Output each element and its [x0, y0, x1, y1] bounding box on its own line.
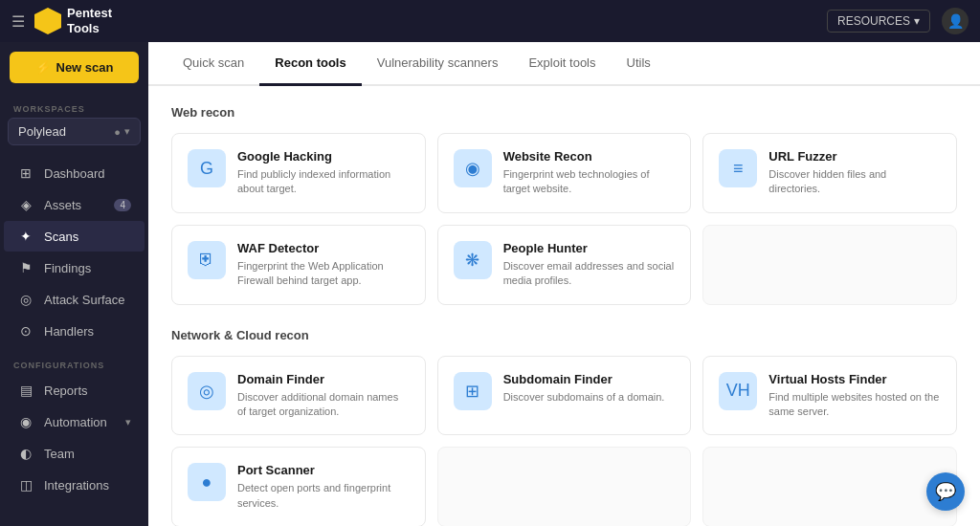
tool-info-port-scanner: Port Scanner Detect open ports and finge… — [237, 463, 410, 511]
sidebar-item-reports[interactable]: ▤ Reports — [4, 375, 145, 405]
tools-grid-web-recon: G Google Hacking Find publicly indexed i… — [171, 133, 957, 305]
integrations-icon: ◫ — [17, 477, 34, 493]
tool-card-port-scanner[interactable]: ● Port Scanner Detect open ports and fin… — [171, 447, 426, 526]
sidebar-item-dashboard[interactable]: ⊞ Dashboard — [4, 158, 145, 188]
sidebar-item-label: Team — [44, 447, 75, 461]
logo-text: Pentest Tools — [67, 6, 112, 35]
section-title-web-recon: Web recon — [171, 105, 957, 120]
sidebar-item-label: Handlers — [44, 324, 94, 339]
tool-card-google-hacking[interactable]: G Google Hacking Find publicly indexed i… — [171, 133, 426, 213]
tool-icon-google-hacking: G — [188, 149, 226, 187]
tool-icon-virtual-hosts-finder: VH — [719, 372, 757, 410]
reports-icon: ▤ — [17, 383, 34, 398]
tool-info-google-hacking: Google Hacking Find publicly indexed inf… — [237, 149, 410, 197]
tab-exploit-tools[interactable]: Exploit tools — [513, 42, 611, 86]
tool-info-subdomain-finder: Subdomain Finder Discover subdomains of … — [503, 372, 676, 405]
tool-name-people-hunter: People Hunter — [503, 241, 676, 255]
sidebar-item-label: Scans — [44, 230, 78, 244]
sidebar-item-label: Attack Surface — [44, 293, 125, 307]
tool-card-virtual-hosts-finder[interactable]: VH Virtual Hosts Finder Find multiple we… — [702, 356, 957, 436]
team-icon: ◐ — [17, 446, 34, 461]
workspaces-label: WORKSPACES — [0, 97, 148, 118]
tool-desc-google-hacking: Find publicly indexed information about … — [237, 167, 410, 197]
assets-icon: ◈ — [17, 197, 34, 212]
section-title-network-cloud-recon: Network & Cloud recon — [171, 328, 957, 342]
tool-card-waf-detector[interactable]: ⛨ WAF Detector Fingerprint the Web Appli… — [171, 225, 426, 305]
tool-card-empty-web — [702, 225, 957, 305]
tool-name-waf-detector: WAF Detector — [237, 241, 410, 255]
sidebar-item-label: Integrations — [44, 478, 109, 493]
tool-icon-port-scanner: ● — [188, 463, 226, 501]
tool-desc-virtual-hosts-finder: Find multiple websites hosted on the sam… — [768, 390, 941, 420]
tab-recon-tools[interactable]: Recon tools — [259, 42, 361, 86]
tool-card-domain-finder[interactable]: ◎ Domain Finder Discover additional doma… — [171, 356, 426, 436]
sidebar-item-automation[interactable]: ◉ Automation ▾ — [4, 406, 145, 437]
workspace-selector[interactable]: Polylead ● ▾ — [8, 118, 141, 145]
tool-card-empty-net2 — [702, 447, 957, 526]
sidebar-item-integrations[interactable]: ◫ Integrations — [4, 470, 145, 500]
sidebar-item-label: Assets — [44, 198, 81, 212]
sidebar-item-label: Findings — [44, 261, 91, 275]
findings-icon: ⚑ — [17, 260, 34, 275]
user-icon: 👤 — [947, 13, 964, 29]
tool-name-port-scanner: Port Scanner — [237, 463, 410, 477]
sidebar-item-label: Reports — [44, 384, 88, 398]
sidebar-nav: ⊞ Dashboard ◈ Assets 4 ✦ Scans ⚑ Finding… — [0, 157, 148, 347]
tool-desc-website-recon: Fingerprint web technologies of target w… — [503, 167, 676, 197]
sidebar-item-attack-surface[interactable]: ◎ Attack Surface — [4, 284, 145, 315]
tool-name-url-fuzzer: URL Fuzzer — [768, 149, 941, 164]
sidebar-item-label: Automation — [44, 415, 107, 429]
bolt-icon — [35, 60, 51, 75]
tool-icon-website-recon: ◉ — [454, 149, 492, 187]
sidebar-config: ▤ Reports ◉ Automation ▾ ◐ Team ◫ Integr… — [0, 374, 148, 501]
tool-desc-people-hunter: Discover email addresses and social medi… — [503, 259, 676, 289]
handlers-icon: ⊙ — [17, 323, 34, 339]
tab-vulnerability-scanners[interactable]: Vulnerability scanners — [362, 42, 514, 86]
tool-name-subdomain-finder: Subdomain Finder — [503, 372, 676, 386]
sidebar-item-findings[interactable]: ⚑ Findings — [4, 252, 145, 283]
automation-icon: ◉ — [17, 414, 34, 429]
chat-bubble-button[interactable]: 💬 — [926, 472, 965, 511]
tool-card-subdomain-finder[interactable]: ⊞ Subdomain Finder Discover subdomains o… — [437, 356, 692, 436]
tool-icon-url-fuzzer: ≡ — [719, 149, 757, 187]
tool-icon-domain-finder: ◎ — [188, 372, 226, 410]
resources-button[interactable]: RESOURCES ▾ — [827, 10, 930, 33]
sidebar-item-assets[interactable]: ◈ Assets 4 — [4, 189, 145, 220]
tool-name-virtual-hosts-finder: Virtual Hosts Finder — [768, 372, 941, 386]
tools-grid-network-cloud-recon: ◎ Domain Finder Discover additional doma… — [171, 356, 957, 526]
tool-info-waf-detector: WAF Detector Fingerprint the Web Applica… — [237, 241, 410, 289]
tool-desc-port-scanner: Detect open ports and fingerprint servic… — [237, 481, 410, 511]
section-web-recon: Web recon G Google Hacking Find publicly… — [171, 105, 957, 305]
logo-shield-icon — [34, 8, 61, 34]
logo-area: Pentest Tools — [34, 6, 112, 35]
sidebar-item-team[interactable]: ◐ Team — [4, 438, 145, 469]
tool-desc-url-fuzzer: Discover hidden files and directories. — [768, 167, 941, 197]
sidebar-item-scans[interactable]: ✦ Scans — [4, 221, 145, 252]
tool-desc-domain-finder: Discover additional domain names of targ… — [237, 390, 410, 420]
nav-left: ☰ Pentest Tools — [11, 6, 112, 35]
tool-info-people-hunter: People Hunter Discover email addresses a… — [503, 241, 676, 289]
new-scan-button[interactable]: New scan — [10, 52, 139, 83]
tab-quick-scan[interactable]: Quick scan — [167, 42, 259, 86]
tool-card-people-hunter[interactable]: ❋ People Hunter Discover email addresses… — [437, 225, 692, 305]
tool-desc-subdomain-finder: Discover subdomains of a domain. — [503, 390, 676, 405]
tools-content: Web recon G Google Hacking Find publicly… — [148, 86, 980, 526]
top-navigation: ☰ Pentest Tools RESOURCES ▾ 👤 — [0, 0, 980, 42]
hamburger-icon[interactable]: ☰ — [11, 12, 25, 31]
tool-info-domain-finder: Domain Finder Discover additional domain… — [237, 372, 410, 420]
attack-surface-icon: ◎ — [17, 292, 34, 307]
tool-desc-waf-detector: Fingerprint the Web Application Firewall… — [237, 259, 410, 289]
workspace-name: Polylead — [18, 124, 66, 139]
sidebar-item-handlers[interactable]: ⊙ Handlers — [4, 316, 145, 346]
tool-name-domain-finder: Domain Finder — [237, 372, 410, 386]
dashboard-icon: ⊞ — [17, 165, 34, 181]
tool-icon-subdomain-finder: ⊞ — [454, 372, 492, 410]
main-layout: New scan WORKSPACES Polylead ● ▾ ⊞ Dashb… — [0, 42, 980, 526]
tab-utils[interactable]: Utils — [612, 42, 666, 86]
user-menu-button[interactable]: 👤 — [942, 8, 969, 34]
tool-card-url-fuzzer[interactable]: ≡ URL Fuzzer Discover hidden files and d… — [702, 133, 957, 213]
tool-card-website-recon[interactable]: ◉ Website Recon Fingerprint web technolo… — [437, 133, 692, 213]
tool-icon-waf-detector: ⛨ — [188, 241, 226, 279]
tool-info-url-fuzzer: URL Fuzzer Discover hidden files and dir… — [768, 149, 941, 197]
scans-icon: ✦ — [17, 229, 34, 244]
